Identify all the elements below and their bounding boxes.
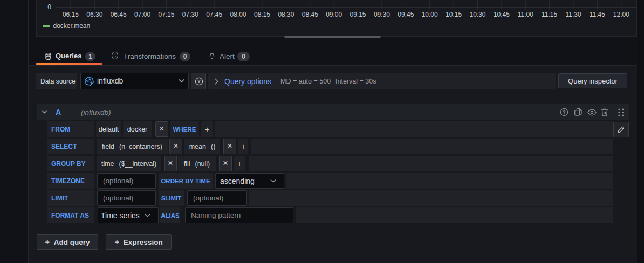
svg-text:06:30: 06:30 bbox=[86, 11, 102, 18]
svg-text:12:00: 12:00 bbox=[613, 11, 629, 18]
svg-text:09:30: 09:30 bbox=[374, 11, 390, 18]
svg-text:10:30: 10:30 bbox=[469, 11, 485, 18]
svg-text:08:30: 08:30 bbox=[278, 11, 294, 18]
svg-text:10:00: 10:00 bbox=[422, 11, 438, 18]
svg-text:10:15: 10:15 bbox=[446, 11, 462, 18]
svg-text:08:00: 08:00 bbox=[230, 11, 246, 18]
svg-text:11:00: 11:00 bbox=[518, 11, 533, 18]
svg-text:07:45: 07:45 bbox=[206, 11, 222, 18]
svg-text:10:45: 10:45 bbox=[494, 11, 510, 18]
svg-text:docker.mean: docker.mean bbox=[53, 22, 91, 30]
svg-text:07:15: 07:15 bbox=[158, 11, 174, 18]
svg-text:11:30: 11:30 bbox=[565, 11, 581, 18]
svg-text:11:15: 11:15 bbox=[542, 11, 557, 18]
svg-text:06:15: 06:15 bbox=[63, 11, 79, 18]
svg-text:09:15: 09:15 bbox=[350, 11, 366, 18]
svg-text:?: ? bbox=[197, 79, 201, 84]
svg-text:?: ? bbox=[563, 109, 566, 115]
svg-text:09:00: 09:00 bbox=[326, 11, 342, 18]
svg-text:08:45: 08:45 bbox=[302, 11, 318, 18]
svg-text:06:45: 06:45 bbox=[111, 11, 127, 18]
svg-text:07:00: 07:00 bbox=[134, 11, 150, 18]
svg-text:0: 0 bbox=[47, 3, 51, 11]
svg-text:11:45: 11:45 bbox=[590, 11, 605, 18]
svg-text:08:15: 08:15 bbox=[254, 11, 270, 18]
svg-text:09:45: 09:45 bbox=[398, 11, 414, 18]
svg-text:07:30: 07:30 bbox=[182, 11, 198, 18]
